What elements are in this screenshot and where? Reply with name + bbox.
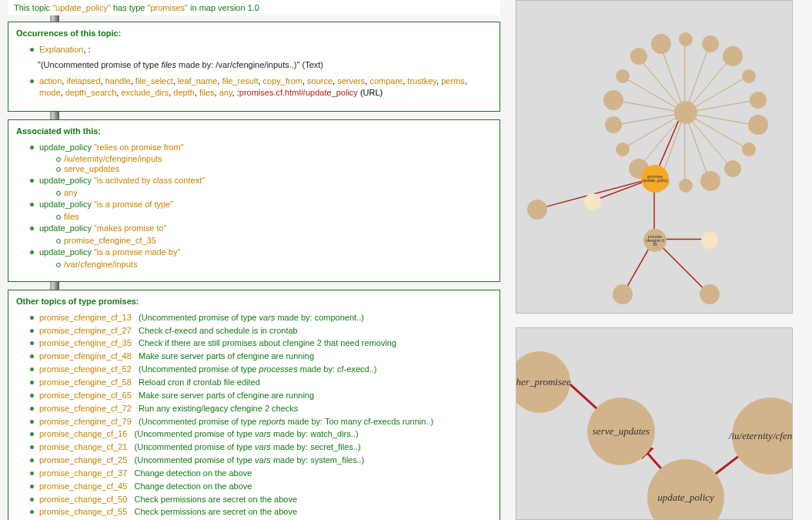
graph-node[interactable]	[700, 171, 720, 191]
other-topic-link[interactable]: promise_change_cf_16	[39, 429, 127, 438]
occurrence-link[interactable]: trustkey	[407, 76, 436, 86]
graph-node[interactable]	[724, 160, 741, 177]
assoc-item: update_policy "is activated by class con…	[30, 175, 492, 186]
assoc-sub-item: /iu/eternity/cfengine/inputs	[56, 154, 492, 163]
assoc-item: update_policy "relies on promise from"	[30, 142, 492, 153]
other-topic-link[interactable]: promise_change_cf_21	[39, 442, 127, 451]
other-topic-link[interactable]: promise_cfengine_cf_27	[39, 326, 132, 335]
graph-node[interactable]	[742, 69, 756, 83]
other-topic-link[interactable]: promise_cfengine_cf_48	[39, 351, 132, 361]
associated-title: Associated with this:	[16, 126, 492, 136]
other-topic-link[interactable]: promise_cfengine_cf_65	[39, 391, 132, 400]
assoc-sub-item: files	[56, 212, 492, 221]
assoc-sub-item: serve_updates	[56, 164, 492, 173]
assoc-item: update_policy "makes promise to"	[30, 223, 492, 234]
graph-node[interactable]	[616, 69, 630, 83]
other-topic-link[interactable]: promise_cfengine_cf_72	[39, 404, 132, 413]
assoc-sub-link[interactable]: any	[64, 188, 78, 197]
occurrence-link[interactable]: compare	[369, 76, 403, 86]
other-topic-link[interactable]: promise_change_cf_55	[39, 507, 127, 516]
assoc-relation-link[interactable]: "is a promise of type"	[94, 200, 173, 209]
other-topic-row: promise_cfengine_cf_48 Make sure server …	[30, 351, 492, 362]
assoc-relation-link[interactable]: "is activated by class context"	[94, 176, 205, 185]
occurrence-link[interactable]: copy_from	[263, 76, 302, 86]
topic-header-text: This topic "update_policy" has type "pro…	[14, 3, 259, 12]
assoc-sub-link[interactable]: files	[64, 212, 79, 221]
other-topic-row: promise_change_cf_37 Change detection on…	[30, 468, 492, 479]
other-topic-link[interactable]: promise_change_cf_37	[39, 468, 127, 478]
occurrence-link[interactable]: file_select	[135, 76, 173, 86]
graph-node[interactable]	[603, 90, 623, 110]
occurrence-links-row: action, ifelapsed, handle, file_select, …	[30, 75, 492, 99]
occurrence-link[interactable]: leaf_name	[178, 76, 217, 86]
topic-graph-radial[interactable]: promise update_policy promise cfengine c…	[516, 0, 793, 314]
other-topic-row: promise_cfengine_cf_35 Check if there ar…	[30, 337, 492, 349]
other-topic-link[interactable]: promise_change_cf_50	[39, 495, 127, 504]
other-topic-link[interactable]: promise_cfengine_cf_58	[39, 377, 132, 387]
graph-node[interactable]	[700, 284, 720, 304]
associated-panel: Associated with this: update_policy "rel…	[8, 119, 500, 282]
occurrence-link[interactable]: depth	[173, 88, 195, 97]
assoc-relation-link[interactable]: "relies on promise from"	[94, 143, 184, 152]
graph-node[interactable]	[750, 92, 767, 109]
graph-node[interactable]	[584, 193, 601, 210]
other-topic-row: promise_cfengine_cf_13 (Uncommented prom…	[30, 312, 492, 324]
occurrence-link[interactable]: files	[199, 88, 215, 97]
other-topic-link[interactable]: promise_change_cf_25	[39, 455, 127, 465]
graph-node[interactable]	[702, 35, 719, 52]
occurrence-link[interactable]: perms	[441, 76, 465, 86]
graph-node[interactable]	[723, 46, 743, 66]
occurrence-link[interactable]: handle	[105, 76, 131, 86]
other-topic-row: promise_change_cf_21 (Uncommented promis…	[30, 441, 492, 453]
other-topic-row: promise_cfengine_cf_27 Check cf-execd an…	[30, 325, 492, 337]
occurrence-link[interactable]: depth_search	[65, 88, 117, 97]
assoc-relation-link[interactable]: "is a promise made by"	[94, 247, 180, 257]
graph-node[interactable]	[674, 101, 697, 124]
occurrence-link[interactable]: source	[307, 76, 332, 86]
other-topic-link[interactable]: promise_cfengine_cf_52	[39, 364, 132, 374]
assoc-relation-link[interactable]: "makes promise to"	[94, 223, 167, 233]
occurrence-red-link[interactable]: promises.cf.html#update_policy	[239, 88, 358, 97]
occurrence-link[interactable]: action	[39, 76, 62, 86]
graph-node[interactable]	[742, 143, 756, 156]
assoc-sub-link[interactable]: promise_cfengine_cf_35	[64, 236, 156, 245]
other-topic-link[interactable]: promise_change_cf_45	[39, 481, 127, 491]
other-topic-link[interactable]: promise_cfengine_cf_13	[39, 313, 132, 322]
other-topic-row: promise_change_cf_16 (Uncommented promis…	[30, 428, 492, 440]
graph-node[interactable]	[613, 284, 633, 304]
assoc-sub-item: /var/cfengine/inputs	[56, 260, 492, 269]
relation-graph-node[interactable]: serve_updates	[587, 398, 655, 465]
graph-node[interactable]	[679, 32, 693, 46]
assoc-sub-link[interactable]: /var/cfengine/inputs	[64, 260, 137, 269]
assoc-sub-item: any	[56, 188, 492, 197]
other-topic-link[interactable]: promise_cfengine_cf_35	[39, 338, 132, 347]
occurrence-link[interactable]: mode	[39, 88, 61, 97]
assoc-item: update_policy "is a promise of type"	[30, 199, 492, 210]
topic-graph-relations[interactable]: other_promiseeserve_updatesupdate_policy…	[516, 327, 793, 520]
graph-node[interactable]	[605, 116, 622, 133]
graph-node[interactable]: promise cfengine cf 35	[643, 229, 667, 252]
assoc-sub-link[interactable]: serve_updates	[64, 164, 119, 173]
relation-graph-node[interactable]: update_policy	[647, 459, 724, 520]
other-topic-row: promise_cfengine_cf_72 Run any existing/…	[30, 403, 492, 414]
assoc-sub-link[interactable]: /iu/eternity/cfengine/inputs	[64, 154, 162, 163]
other-topic-link[interactable]: promise_cfengine_cf_79	[39, 417, 132, 426]
graph-node[interactable]	[679, 179, 693, 193]
graph-node[interactable]	[616, 143, 630, 156]
occurrence-link[interactable]: servers	[337, 76, 365, 86]
occurrence-link[interactable]: any	[219, 88, 232, 97]
graph-node[interactable]	[527, 200, 547, 220]
graph-node-center[interactable]: promise update_policy	[641, 165, 669, 193]
occurrence-link[interactable]: ifelapsed	[66, 76, 100, 86]
occurrence-link[interactable]: exclude_dirs	[121, 88, 169, 97]
relation-graph-node[interactable]: /iu/eternity/cfengine/	[732, 398, 793, 475]
graph-node[interactable]	[630, 48, 647, 65]
relation-graph-node[interactable]: other_promisee	[516, 351, 570, 413]
other-topics-panel: Other topics of type promises: promise_c…	[8, 290, 500, 520]
explanation-link[interactable]: Explanation	[39, 45, 84, 54]
graph-node[interactable]	[748, 115, 768, 135]
graph-node[interactable]	[701, 232, 718, 249]
other-topic-row: promise_change_cf_50 Check permissions a…	[30, 494, 492, 505]
graph-node[interactable]	[651, 34, 671, 54]
occurrence-link[interactable]: file_result	[222, 76, 258, 86]
